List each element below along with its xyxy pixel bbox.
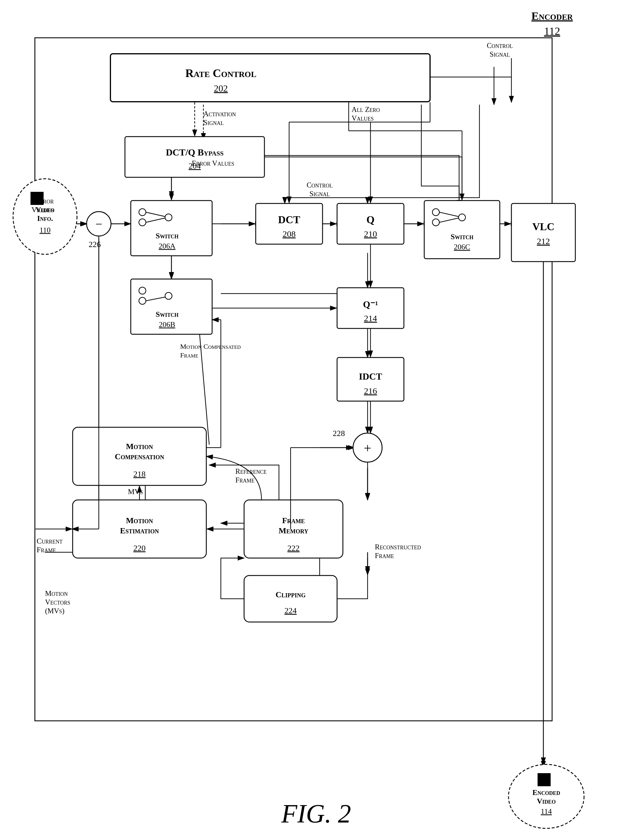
svg-text:Vectors: Vectors	[45, 598, 70, 606]
svg-text:Signal: Signal	[309, 190, 330, 197]
svg-text:Control: Control	[487, 41, 513, 49]
svg-text:Motion Compensated: Motion Compensated	[180, 343, 241, 350]
svg-text:Frame: Frame	[36, 546, 56, 554]
svg-text:Control: Control	[307, 181, 333, 189]
svg-text:210: 210	[364, 229, 377, 238]
svg-text:Error: Error	[35, 197, 54, 205]
svg-text:Switch: Switch	[451, 232, 473, 241]
svg-text:218: 218	[133, 469, 146, 478]
svg-text:Signal: Signal	[203, 118, 224, 126]
svg-text:Reconstructed: Reconstructed	[375, 543, 421, 551]
svg-rect-88	[337, 357, 404, 401]
svg-text:206A: 206A	[159, 242, 175, 250]
svg-line-65	[146, 297, 165, 301]
svg-text:MVs: MVs	[128, 488, 143, 496]
svg-text:All Zero: All Zero	[351, 106, 380, 114]
svg-text:Frame: Frame	[375, 552, 394, 559]
svg-text:−: −	[95, 218, 102, 231]
svg-text:114: 114	[541, 807, 552, 816]
svg-text:IDCT: IDCT	[359, 371, 382, 382]
svg-text:Frame: Frame	[235, 476, 255, 484]
svg-point-53	[139, 219, 146, 226]
svg-rect-114	[537, 773, 551, 786]
svg-text:206C: 206C	[454, 243, 470, 251]
svg-point-75	[432, 209, 439, 216]
svg-text:Signal: Signal	[490, 50, 510, 58]
arrows-svg	[0, 0, 632, 840]
svg-point-64	[165, 292, 172, 299]
detail-svg: Rate Control 202 DCT/Q Bypass 204 Switch…	[0, 0, 632, 840]
svg-point-91	[353, 433, 382, 462]
svg-point-76	[432, 219, 439, 226]
svg-text:208: 208	[283, 229, 296, 238]
svg-rect-71	[337, 204, 404, 244]
svg-text:Encoder: Encoder	[531, 10, 573, 22]
svg-text:DCT/Q Bypass: DCT/Q Bypass	[166, 147, 224, 158]
svg-point-62	[139, 287, 146, 294]
svg-text:DCT: DCT	[278, 214, 300, 226]
svg-rect-74	[424, 201, 500, 259]
svg-line-79	[439, 218, 459, 223]
svg-point-63	[139, 297, 146, 304]
svg-text:Motion: Motion	[126, 516, 153, 525]
svg-line-78	[439, 212, 459, 216]
svg-text:Rate Control: Rate Control	[185, 66, 257, 80]
svg-rect-85	[337, 288, 404, 328]
svg-text:Values: Values	[32, 205, 54, 214]
svg-line-17	[198, 311, 209, 445]
svg-text:112: 112	[544, 25, 560, 37]
svg-point-52	[139, 209, 146, 216]
svg-line-56	[146, 218, 165, 223]
svg-rect-105	[244, 575, 337, 622]
svg-point-77	[459, 214, 465, 221]
svg-text:Switch: Switch	[156, 310, 178, 319]
svg-text:222: 222	[287, 543, 299, 553]
svg-rect-61	[131, 279, 212, 334]
svg-text:204: 204	[189, 161, 201, 171]
svg-point-108	[13, 179, 77, 254]
svg-text:206B: 206B	[159, 320, 175, 329]
svg-text:216: 216	[364, 386, 377, 396]
svg-text:+: +	[364, 441, 371, 455]
svg-text:Switch: Switch	[156, 232, 178, 240]
svg-text:Error Values: Error Values	[192, 159, 234, 167]
svg-point-54	[165, 214, 172, 221]
svg-text:202: 202	[214, 83, 228, 93]
svg-rect-93	[72, 427, 206, 485]
diagram-container: Encoder 112 Rate Control 202 DCT/Q Bypas…	[0, 0, 632, 840]
svg-text:Current: Current	[36, 537, 63, 545]
svg-rect-51	[131, 201, 212, 256]
svg-text:214: 214	[364, 313, 377, 323]
svg-rect-68	[256, 204, 323, 244]
svg-rect-48	[125, 137, 265, 177]
svg-rect-82	[511, 204, 575, 262]
svg-rect-97	[72, 500, 206, 558]
svg-point-59	[87, 212, 111, 236]
svg-rect-109	[30, 192, 44, 205]
svg-text:Reference: Reference	[235, 467, 267, 475]
svg-text:VLC: VLC	[532, 221, 555, 232]
svg-text:Estimation: Estimation	[120, 526, 159, 535]
svg-text:Q: Q	[366, 214, 375, 226]
svg-rect-2	[35, 38, 552, 721]
svg-point-113	[509, 764, 584, 828]
svg-text:Video: Video	[36, 205, 55, 214]
svg-rect-45	[110, 54, 430, 102]
svg-rect-101	[244, 500, 343, 558]
svg-line-55	[146, 212, 165, 216]
svg-text:Video: Video	[537, 797, 556, 805]
svg-text:228: 228	[333, 429, 345, 438]
svg-text:Info.: Info.	[37, 214, 53, 223]
svg-text:Frame: Frame	[180, 351, 198, 359]
svg-text:Activation: Activation	[203, 110, 236, 118]
svg-text:110: 110	[39, 226, 50, 234]
svg-text:Motion: Motion	[126, 442, 153, 451]
svg-text:Motion: Motion	[45, 589, 68, 597]
svg-text:Clipping: Clipping	[276, 590, 306, 599]
svg-text:212: 212	[537, 236, 550, 246]
svg-text:Values: Values	[351, 114, 374, 122]
svg-text:(MVs): (MVs)	[45, 607, 65, 615]
svg-text:220: 220	[133, 543, 146, 553]
svg-text:Frame: Frame	[282, 516, 305, 525]
svg-text:Compensation: Compensation	[115, 452, 164, 461]
